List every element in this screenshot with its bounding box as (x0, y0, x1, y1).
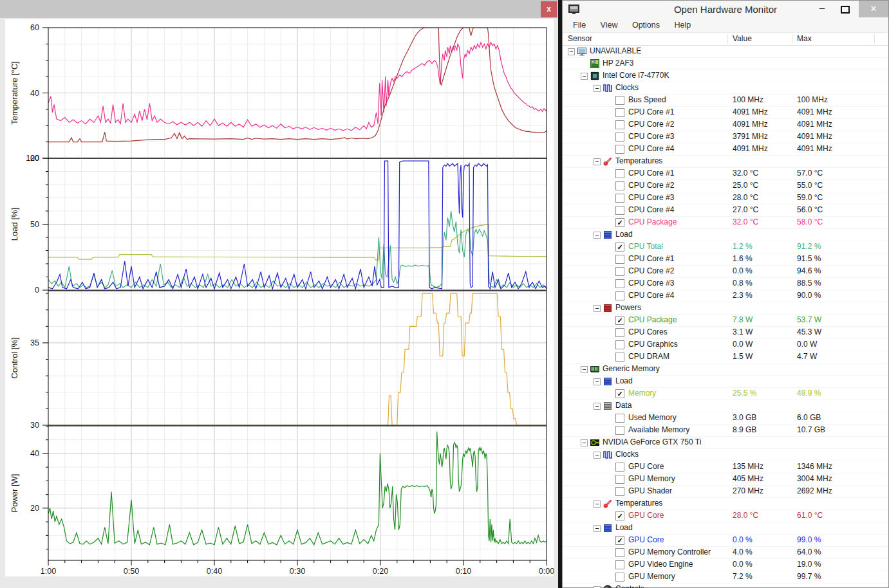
tree-row[interactable]: Used Memory3.0 GB6.0 GB (563, 412, 888, 425)
column-header-sensor[interactable]: Sensor (568, 33, 592, 45)
sensor-checkbox[interactable] (615, 267, 624, 276)
tree-expander-icon[interactable] (594, 158, 601, 165)
menu-view[interactable]: View (595, 19, 624, 32)
tree-expander-icon[interactable] (594, 378, 601, 385)
tree-row[interactable]: Generic Memory (563, 363, 888, 376)
column-header-max[interactable]: Max (797, 33, 812, 45)
chart-window-close-button[interactable]: x (541, 1, 557, 17)
sensor-checkbox[interactable] (615, 255, 624, 264)
tree-row[interactable]: CPU Core #42.3 %90.0 % (563, 290, 888, 302)
tree-row[interactable]: UNAVAILABLE (563, 46, 888, 58)
sensor-checkbox[interactable]: ✓ (615, 243, 624, 252)
tree-expander-icon[interactable] (594, 525, 601, 532)
tree-row[interactable]: GPU Memory7.2 %99.7 % (563, 571, 888, 583)
tree-row[interactable]: CPU Core #33791 MHz4091 MHz (563, 131, 888, 143)
tree-row[interactable]: CPU Graphics0.0 W0.0 W (563, 339, 888, 351)
tree-expander-icon[interactable] (594, 85, 601, 92)
menu-help[interactable]: Help (668, 19, 697, 32)
sensor-checkbox[interactable] (615, 145, 624, 154)
sensor-checkbox[interactable] (615, 108, 624, 117)
sensor-checkbox[interactable] (615, 279, 624, 288)
sensor-checkbox[interactable] (615, 194, 624, 203)
sensor-checkbox[interactable] (615, 181, 624, 190)
sensor-checkbox[interactable] (615, 206, 624, 215)
tree-expander-icon[interactable] (594, 452, 601, 459)
menu-options[interactable]: Options (626, 19, 666, 32)
tree-row[interactable]: CPU Core #328.0 °C59.0 °C (563, 192, 888, 205)
sensor-checkbox[interactable] (615, 414, 624, 423)
tree-row[interactable]: Clocks (563, 449, 888, 461)
tree-row[interactable]: CPU DRAM1.5 W4.7 W (563, 351, 888, 363)
tree-expander-icon[interactable] (594, 501, 601, 508)
tree-row[interactable]: GPU Memory405 MHz3004 MHz (563, 473, 888, 486)
sensor-checkbox[interactable] (615, 291, 624, 300)
tree-expander-icon[interactable] (581, 366, 588, 373)
tree-expander-icon[interactable] (581, 73, 588, 80)
tree-row[interactable]: HP 2AF3 (563, 58, 888, 70)
tree-row[interactable]: NVIDIA GeForce GTX 750 Ti (563, 437, 888, 449)
sensor-checkbox[interactable] (615, 96, 624, 105)
sensor-checkbox[interactable] (615, 475, 624, 484)
tree-row[interactable]: Load (563, 229, 888, 241)
tree-expander-icon[interactable] (594, 305, 601, 312)
tree-row[interactable]: CPU Core #427.0 °C56.0 °C (563, 205, 888, 217)
tree-row[interactable]: Load (563, 376, 888, 388)
tree-expander-icon[interactable] (594, 232, 601, 239)
tree-row[interactable]: Intel Core i7-4770K (563, 70, 888, 82)
tree-row[interactable]: ✓GPU Core28.0 °C61.0 °C (563, 510, 888, 522)
sensor-checkbox[interactable] (615, 120, 624, 129)
tree-row[interactable]: Controls (563, 583, 888, 588)
tree-row[interactable]: CPU Core #14091 MHz4091 MHz (563, 107, 888, 119)
sensor-checkbox[interactable] (615, 463, 624, 472)
tree-row[interactable]: CPU Core #132.0 °C57.0 °C (563, 168, 888, 180)
sensor-checkbox[interactable] (615, 353, 624, 362)
sensor-checkbox[interactable] (615, 340, 624, 349)
sensor-checkbox[interactable] (615, 560, 624, 569)
sensor-checkbox[interactable]: ✓ (615, 316, 624, 325)
sensor-checkbox[interactable]: ✓ (615, 218, 624, 227)
chart-window-titlebar[interactable]: x (0, 0, 558, 18)
ohm-titlebar[interactable]: Open Hardware Monitor – ✕ (563, 1, 888, 19)
tree-expander-icon[interactable] (568, 48, 575, 55)
tree-row[interactable]: Clocks (563, 82, 888, 95)
tree-row[interactable]: ✓GPU Core0.0 %99.0 % (563, 535, 888, 547)
sensor-checkbox[interactable] (615, 133, 624, 142)
sensor-checkbox[interactable] (615, 328, 624, 337)
menu-file[interactable]: File (567, 19, 592, 32)
sensor-checkbox[interactable]: ✓ (615, 536, 624, 545)
sensor-checkbox[interactable] (615, 426, 624, 435)
sensor-checkbox[interactable] (615, 487, 624, 496)
sensor-checkbox[interactable] (615, 573, 624, 582)
tree-row[interactable]: GPU Shader270 MHz2692 MHz (563, 486, 888, 498)
tree-row[interactable]: Temperatures (563, 498, 888, 510)
tree-row[interactable]: CPU Core #20.0 %94.6 % (563, 266, 888, 278)
tree-row[interactable]: ✓CPU Package7.8 W53.7 W (563, 315, 888, 327)
sensor-checkbox[interactable]: ✓ (615, 389, 624, 398)
tree-expander-icon[interactable] (581, 439, 588, 446)
tree-row[interactable]: ✓CPU Package32.0 °C58.0 °C (563, 217, 888, 229)
tree-row[interactable]: CPU Core #24091 MHz4091 MHz (563, 119, 888, 131)
tree-row[interactable]: GPU Video Engine0.0 %19.0 % (563, 559, 888, 571)
tree-row[interactable]: Available Memory8.9 GB10.7 GB (563, 425, 888, 437)
sensor-checkbox[interactable] (615, 169, 624, 178)
minimize-button[interactable]: – (812, 1, 832, 17)
tree-row[interactable]: CPU Core #11.6 %91.5 % (563, 253, 888, 266)
tree-row[interactable]: Data (563, 400, 888, 412)
close-button[interactable]: ✕ (859, 1, 888, 17)
tree-row[interactable]: ✓Memory25.5 %49.9 % (563, 388, 888, 400)
tree-row[interactable]: Bus Speed100 MHz100 MHz (563, 95, 888, 107)
column-header-value[interactable]: Value (733, 33, 752, 45)
tree-expander-icon[interactable] (594, 403, 601, 410)
tree-row[interactable]: CPU Core #30.8 %88.5 % (563, 278, 888, 290)
sensor-checkbox[interactable] (615, 548, 624, 557)
tree-row[interactable]: GPU Memory Controller4.0 %64.0 % (563, 547, 888, 559)
tree-row[interactable]: CPU Core #225.0 °C55.0 °C (563, 180, 888, 192)
tree-row[interactable]: ✓CPU Total1.2 %91.2 % (563, 241, 888, 253)
tree-row[interactable]: CPU Core #44091 MHz4091 MHz (563, 143, 888, 156)
tree-row[interactable]: Load (563, 522, 888, 535)
tree-row[interactable]: CPU Cores3.1 W45.3 W (563, 327, 888, 339)
tree-row[interactable]: Temperatures (563, 156, 888, 168)
sensor-checkbox[interactable]: ✓ (615, 511, 624, 520)
tree-row[interactable]: Powers (563, 302, 888, 315)
maximize-button[interactable] (836, 1, 855, 17)
